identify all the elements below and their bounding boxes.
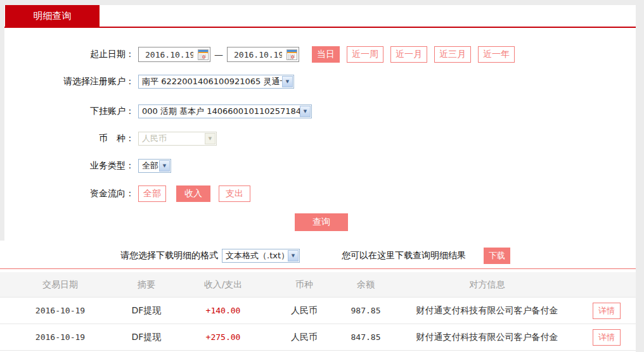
header-counterparty: 对方信息 bbox=[397, 279, 577, 291]
fund-flow-all-button[interactable]: 全部 bbox=[138, 185, 166, 202]
cell-date: 2016-10-19 bbox=[0, 306, 120, 315]
start-date-field bbox=[138, 47, 210, 62]
query-button[interactable]: 查询 bbox=[295, 213, 348, 231]
date-separator: — bbox=[214, 49, 223, 60]
detail-button[interactable]: 详情 bbox=[593, 329, 621, 346]
cell-actions: 详情 bbox=[577, 329, 636, 346]
header-balance: 余额 bbox=[335, 279, 397, 291]
quick-range-year-button[interactable]: 近一年 bbox=[478, 46, 515, 63]
header-summary: 摘要 bbox=[120, 279, 172, 291]
chevron-down-icon[interactable]: ▼ bbox=[282, 76, 293, 87]
quick-range-quarter-button[interactable]: 近三月 bbox=[434, 46, 471, 63]
cell-amount: +275.00 bbox=[172, 332, 274, 342]
chevron-down-icon: ▼ bbox=[205, 133, 216, 144]
end-date-field bbox=[227, 47, 299, 62]
chevron-down-icon[interactable]: ▼ bbox=[300, 106, 311, 117]
detail-button[interactable]: 详情 bbox=[593, 303, 621, 319]
fund-flow-row: 资金流向： 全部 收入 支出 bbox=[4, 185, 636, 202]
chevron-down-icon[interactable]: ▼ bbox=[288, 250, 299, 261]
sub-account-select[interactable]: 000 活期 基本户 1406600101102571848 ▼ bbox=[138, 104, 312, 118]
currency-row: 币 种： 人民币 ▼ bbox=[4, 132, 636, 146]
date-range-row: 起止日期： — bbox=[4, 46, 636, 63]
cell-currency: 人民币 bbox=[274, 305, 335, 317]
sub-account-value: 000 活期 基本户 1406600101102571848 bbox=[142, 106, 320, 117]
table-row: 2016-10-19 DF提现 +140.00 人民币 987.85 财付通支付… bbox=[0, 298, 636, 324]
results-table: 交易日期 摘要 收入/支出 币种 余额 对方信息 2016-10-19 DF提现… bbox=[0, 268, 636, 351]
quick-range-week-button[interactable]: 近一周 bbox=[347, 46, 383, 63]
cell-counterparty: 财付通支付科技有限公司客户备付金 bbox=[397, 305, 577, 317]
cell-balance: 847.85 bbox=[335, 332, 397, 342]
download-format-select[interactable]: 文本格式（.txt） ▼ bbox=[222, 249, 300, 263]
calendar-icon[interactable] bbox=[287, 49, 297, 60]
download-button[interactable]: 下载 bbox=[484, 248, 510, 264]
table-top-divider bbox=[0, 268, 636, 269]
cell-amount: +140.00 bbox=[172, 306, 274, 315]
currency-label: 币 种： bbox=[4, 133, 134, 144]
chevron-down-icon[interactable]: ▼ bbox=[159, 160, 170, 172]
register-account-select[interactable]: 南平 6222001406100921065 灵通卡 ▼ bbox=[138, 75, 294, 89]
table-header-row: 交易日期 摘要 收入/支出 币种 余额 对方信息 bbox=[0, 272, 636, 298]
fund-flow-expense-button[interactable]: 支出 bbox=[219, 185, 250, 202]
business-type-select[interactable]: 全部 ▼ bbox=[138, 159, 171, 173]
business-type-label: 业务类型： bbox=[4, 160, 134, 172]
date-range-label: 起止日期： bbox=[4, 49, 134, 60]
tab-detail-query[interactable]: 明细查询 bbox=[5, 5, 100, 27]
cell-balance: 987.85 bbox=[335, 306, 397, 315]
calendar-icon[interactable] bbox=[198, 49, 209, 60]
tab-underline bbox=[4, 27, 636, 28]
tab-label: 明细查询 bbox=[34, 10, 72, 22]
download-hint: 您可以在这里下载查询明细结果 bbox=[342, 250, 466, 261]
quick-range-month-button[interactable]: 近一月 bbox=[390, 46, 427, 63]
cell-actions: 详情 bbox=[577, 303, 636, 319]
cell-counterparty: 财付通支付科技有限公司客户备付金 bbox=[397, 332, 577, 343]
sub-account-label: 下挂账户： bbox=[4, 106, 134, 117]
business-type-row: 业务类型： 全部 ▼ bbox=[4, 159, 636, 173]
cell-summary: DF提现 bbox=[120, 332, 172, 343]
sub-account-row: 下挂账户： 000 活期 基本户 1406600101102571848 ▼ bbox=[4, 104, 636, 118]
header-date: 交易日期 bbox=[0, 279, 120, 291]
currency-select: 人民币 ▼ bbox=[138, 132, 217, 146]
start-date-input[interactable] bbox=[139, 48, 193, 61]
register-account-row: 请选择注册账户： 南平 6222001406100921065 灵通卡 ▼ bbox=[4, 75, 636, 89]
header-amount: 收入/支出 bbox=[172, 279, 274, 291]
currency-value: 人民币 bbox=[142, 133, 181, 144]
download-row: 请您选择下载明细的格式 文本格式（.txt） ▼ 您可以在这里下载查询明细结果 … bbox=[4, 248, 636, 264]
register-account-value: 南平 6222001406100921065 灵通卡 bbox=[142, 76, 302, 87]
quick-range-today-button[interactable]: 当日 bbox=[312, 46, 340, 63]
register-account-label: 请选择注册账户： bbox=[4, 76, 134, 87]
download-format-label: 请您选择下载明细的格式 bbox=[120, 250, 218, 261]
table-row: 2016-10-19 DF提现 +275.00 人民币 847.85 财付通支付… bbox=[0, 324, 636, 351]
fund-flow-label: 资金流向： bbox=[4, 188, 134, 199]
cell-summary: DF提现 bbox=[120, 305, 172, 317]
cell-date: 2016-10-19 bbox=[0, 332, 120, 342]
cell-currency: 人民币 bbox=[274, 332, 335, 343]
header-currency: 币种 bbox=[274, 279, 335, 291]
end-date-input[interactable] bbox=[228, 48, 282, 61]
fund-flow-income-button[interactable]: 收入 bbox=[176, 185, 210, 202]
